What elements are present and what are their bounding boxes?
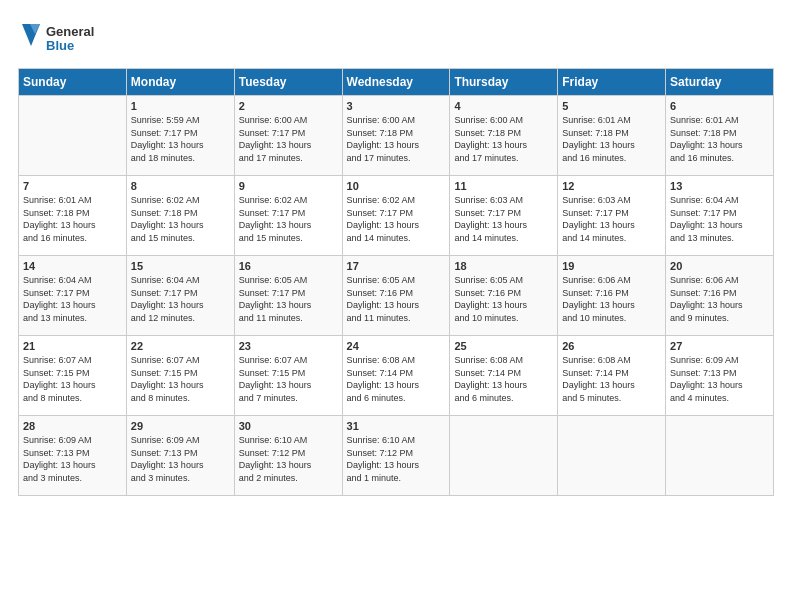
calendar-cell <box>450 416 558 496</box>
calendar-cell: 27Sunrise: 6:09 AM Sunset: 7:13 PM Dayli… <box>666 336 774 416</box>
calendar-cell: 28Sunrise: 6:09 AM Sunset: 7:13 PM Dayli… <box>19 416 127 496</box>
day-number: 17 <box>347 260 446 272</box>
day-number: 6 <box>670 100 769 112</box>
calendar-cell <box>558 416 666 496</box>
calendar-cell: 10Sunrise: 6:02 AM Sunset: 7:17 PM Dayli… <box>342 176 450 256</box>
calendar-week-5: 28Sunrise: 6:09 AM Sunset: 7:13 PM Dayli… <box>19 416 774 496</box>
day-info: Sunrise: 6:07 AM Sunset: 7:15 PM Dayligh… <box>23 354 122 404</box>
calendar-cell <box>666 416 774 496</box>
day-info: Sunrise: 6:02 AM Sunset: 7:17 PM Dayligh… <box>347 194 446 244</box>
weekday-header-thursday: Thursday <box>450 69 558 96</box>
calendar-cell: 5Sunrise: 6:01 AM Sunset: 7:18 PM Daylig… <box>558 96 666 176</box>
calendar-cell: 7Sunrise: 6:01 AM Sunset: 7:18 PM Daylig… <box>19 176 127 256</box>
calendar-cell: 17Sunrise: 6:05 AM Sunset: 7:16 PM Dayli… <box>342 256 450 336</box>
calendar-cell: 13Sunrise: 6:04 AM Sunset: 7:17 PM Dayli… <box>666 176 774 256</box>
calendar-cell: 11Sunrise: 6:03 AM Sunset: 7:17 PM Dayli… <box>450 176 558 256</box>
calendar-week-2: 7Sunrise: 6:01 AM Sunset: 7:18 PM Daylig… <box>19 176 774 256</box>
weekday-header-sunday: Sunday <box>19 69 127 96</box>
day-number: 29 <box>131 420 230 432</box>
day-number: 7 <box>23 180 122 192</box>
day-info: Sunrise: 6:04 AM Sunset: 7:17 PM Dayligh… <box>23 274 122 324</box>
day-info: Sunrise: 6:08 AM Sunset: 7:14 PM Dayligh… <box>347 354 446 404</box>
calendar-cell: 4Sunrise: 6:00 AM Sunset: 7:18 PM Daylig… <box>450 96 558 176</box>
day-info: Sunrise: 6:01 AM Sunset: 7:18 PM Dayligh… <box>23 194 122 244</box>
day-info: Sunrise: 6:04 AM Sunset: 7:17 PM Dayligh… <box>670 194 769 244</box>
day-number: 9 <box>239 180 338 192</box>
day-info: Sunrise: 6:08 AM Sunset: 7:14 PM Dayligh… <box>454 354 553 404</box>
day-number: 20 <box>670 260 769 272</box>
day-info: Sunrise: 6:00 AM Sunset: 7:17 PM Dayligh… <box>239 114 338 164</box>
svg-text:Blue: Blue <box>46 38 74 53</box>
calendar-cell: 9Sunrise: 6:02 AM Sunset: 7:17 PM Daylig… <box>234 176 342 256</box>
day-number: 28 <box>23 420 122 432</box>
calendar-cell: 30Sunrise: 6:10 AM Sunset: 7:12 PM Dayli… <box>234 416 342 496</box>
day-info: Sunrise: 6:01 AM Sunset: 7:18 PM Dayligh… <box>670 114 769 164</box>
day-number: 13 <box>670 180 769 192</box>
calendar-cell: 21Sunrise: 6:07 AM Sunset: 7:15 PM Dayli… <box>19 336 127 416</box>
calendar-cell: 2Sunrise: 6:00 AM Sunset: 7:17 PM Daylig… <box>234 96 342 176</box>
day-info: Sunrise: 6:07 AM Sunset: 7:15 PM Dayligh… <box>239 354 338 404</box>
day-number: 14 <box>23 260 122 272</box>
day-info: Sunrise: 6:10 AM Sunset: 7:12 PM Dayligh… <box>239 434 338 484</box>
day-info: Sunrise: 6:05 AM Sunset: 7:16 PM Dayligh… <box>454 274 553 324</box>
day-info: Sunrise: 6:03 AM Sunset: 7:17 PM Dayligh… <box>454 194 553 244</box>
day-number: 11 <box>454 180 553 192</box>
calendar-cell: 16Sunrise: 6:05 AM Sunset: 7:17 PM Dayli… <box>234 256 342 336</box>
day-info: Sunrise: 6:02 AM Sunset: 7:18 PM Dayligh… <box>131 194 230 244</box>
day-number: 1 <box>131 100 230 112</box>
day-info: Sunrise: 6:00 AM Sunset: 7:18 PM Dayligh… <box>454 114 553 164</box>
day-number: 8 <box>131 180 230 192</box>
calendar-cell: 31Sunrise: 6:10 AM Sunset: 7:12 PM Dayli… <box>342 416 450 496</box>
day-number: 21 <box>23 340 122 352</box>
calendar-cell: 3Sunrise: 6:00 AM Sunset: 7:18 PM Daylig… <box>342 96 450 176</box>
calendar-week-4: 21Sunrise: 6:07 AM Sunset: 7:15 PM Dayli… <box>19 336 774 416</box>
day-info: Sunrise: 5:59 AM Sunset: 7:17 PM Dayligh… <box>131 114 230 164</box>
weekday-header-monday: Monday <box>126 69 234 96</box>
calendar-cell: 8Sunrise: 6:02 AM Sunset: 7:18 PM Daylig… <box>126 176 234 256</box>
day-number: 10 <box>347 180 446 192</box>
day-number: 18 <box>454 260 553 272</box>
page-header: General Blue <box>18 18 774 58</box>
svg-text:General: General <box>46 24 94 39</box>
day-number: 16 <box>239 260 338 272</box>
calendar-cell <box>19 96 127 176</box>
calendar-cell: 19Sunrise: 6:06 AM Sunset: 7:16 PM Dayli… <box>558 256 666 336</box>
day-number: 23 <box>239 340 338 352</box>
day-info: Sunrise: 6:07 AM Sunset: 7:15 PM Dayligh… <box>131 354 230 404</box>
calendar-cell: 18Sunrise: 6:05 AM Sunset: 7:16 PM Dayli… <box>450 256 558 336</box>
day-info: Sunrise: 6:03 AM Sunset: 7:17 PM Dayligh… <box>562 194 661 244</box>
calendar-cell: 25Sunrise: 6:08 AM Sunset: 7:14 PM Dayli… <box>450 336 558 416</box>
day-info: Sunrise: 6:00 AM Sunset: 7:18 PM Dayligh… <box>347 114 446 164</box>
calendar-cell: 23Sunrise: 6:07 AM Sunset: 7:15 PM Dayli… <box>234 336 342 416</box>
calendar-cell: 26Sunrise: 6:08 AM Sunset: 7:14 PM Dayli… <box>558 336 666 416</box>
calendar-week-3: 14Sunrise: 6:04 AM Sunset: 7:17 PM Dayli… <box>19 256 774 336</box>
day-number: 15 <box>131 260 230 272</box>
weekday-header-friday: Friday <box>558 69 666 96</box>
calendar-cell: 14Sunrise: 6:04 AM Sunset: 7:17 PM Dayli… <box>19 256 127 336</box>
day-number: 4 <box>454 100 553 112</box>
weekday-header-row: SundayMondayTuesdayWednesdayThursdayFrid… <box>19 69 774 96</box>
day-info: Sunrise: 6:08 AM Sunset: 7:14 PM Dayligh… <box>562 354 661 404</box>
weekday-header-saturday: Saturday <box>666 69 774 96</box>
day-info: Sunrise: 6:05 AM Sunset: 7:17 PM Dayligh… <box>239 274 338 324</box>
day-info: Sunrise: 6:09 AM Sunset: 7:13 PM Dayligh… <box>23 434 122 484</box>
day-number: 22 <box>131 340 230 352</box>
day-number: 5 <box>562 100 661 112</box>
logo-svg: General Blue <box>18 18 108 58</box>
day-number: 12 <box>562 180 661 192</box>
calendar-table: SundayMondayTuesdayWednesdayThursdayFrid… <box>18 68 774 496</box>
day-number: 3 <box>347 100 446 112</box>
day-info: Sunrise: 6:02 AM Sunset: 7:17 PM Dayligh… <box>239 194 338 244</box>
calendar-week-1: 1Sunrise: 5:59 AM Sunset: 7:17 PM Daylig… <box>19 96 774 176</box>
calendar-cell: 12Sunrise: 6:03 AM Sunset: 7:17 PM Dayli… <box>558 176 666 256</box>
day-number: 31 <box>347 420 446 432</box>
day-number: 25 <box>454 340 553 352</box>
weekday-header-wednesday: Wednesday <box>342 69 450 96</box>
day-number: 24 <box>347 340 446 352</box>
day-number: 27 <box>670 340 769 352</box>
day-info: Sunrise: 6:04 AM Sunset: 7:17 PM Dayligh… <box>131 274 230 324</box>
calendar-cell: 24Sunrise: 6:08 AM Sunset: 7:14 PM Dayli… <box>342 336 450 416</box>
calendar-cell: 22Sunrise: 6:07 AM Sunset: 7:15 PM Dayli… <box>126 336 234 416</box>
day-info: Sunrise: 6:06 AM Sunset: 7:16 PM Dayligh… <box>670 274 769 324</box>
day-info: Sunrise: 6:01 AM Sunset: 7:18 PM Dayligh… <box>562 114 661 164</box>
